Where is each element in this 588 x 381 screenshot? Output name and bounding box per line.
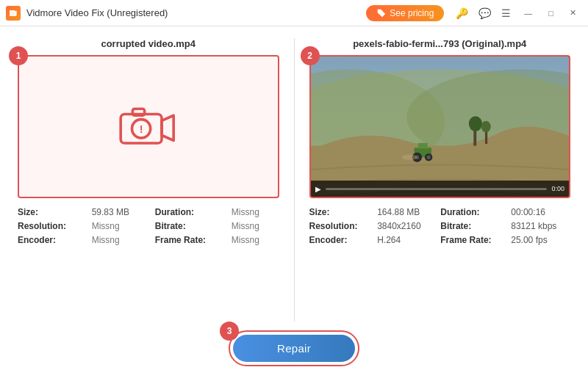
app-logo — [6, 6, 21, 21]
left-size-label: Size: — [18, 207, 86, 217]
left-encoder-value: Missng — [92, 235, 149, 245]
close-button[interactable]: ✕ — [564, 5, 582, 21]
maximize-button[interactable]: □ — [542, 6, 559, 21]
right-framerate-label: Frame Rate: — [440, 235, 505, 245]
right-video-box: 2 — [309, 55, 571, 198]
see-pricing-button[interactable]: See pricing — [366, 5, 444, 21]
key-icon-button[interactable]: 🔑 — [453, 6, 471, 21]
badge-1: 1 — [9, 46, 28, 65]
left-bitrate-label: Bitrate: — [155, 221, 226, 231]
left-video-title: corrupted video.mp4 — [18, 38, 279, 49]
left-video-box: 1 ! — [18, 55, 279, 198]
left-encoder-label: Encoder: — [18, 235, 86, 245]
right-size-value: 164.88 MB — [377, 207, 434, 217]
svg-point-16 — [401, 154, 417, 160]
progress-bar — [326, 188, 548, 190]
left-res-label: Resolution: — [18, 221, 86, 231]
badge-2: 2 — [301, 46, 320, 65]
title-bar-right: See pricing 🔑 💬 ☰ — □ ✕ — [366, 5, 582, 21]
menu-icon-button[interactable]: ☰ — [498, 6, 514, 21]
left-info-table: Size: 59.83 MB Duration: Missng Resoluti… — [18, 207, 279, 245]
left-framerate-value: Missng — [232, 235, 279, 245]
left-framerate-label: Frame Rate: — [155, 235, 226, 245]
right-encoder-value: H.264 — [377, 235, 434, 245]
right-res-label: Resolution: — [309, 221, 372, 231]
svg-rect-11 — [417, 143, 427, 149]
left-panel: corrupted video.mp4 1 ! — [18, 38, 279, 322]
repair-button-wrap: 3 Repair — [229, 330, 359, 366]
bottom-area: 3 Repair — [18, 322, 570, 369]
time-display: 0:00 — [551, 185, 564, 192]
right-size-label: Size: — [309, 207, 372, 217]
title-bar-left: Vidmore Video Fix (Unregistered) — [6, 6, 168, 21]
svg-rect-3 — [132, 109, 144, 115]
chat-icon-button[interactable]: 💬 — [476, 6, 494, 21]
left-res-value: Missng — [92, 221, 149, 231]
right-panel: pexels-fabio-fermi...793 (Original).mp4 … — [309, 38, 571, 322]
repair-button[interactable]: Repair — [233, 335, 355, 362]
title-bar: Vidmore Video Fix (Unregistered) See pri… — [0, 0, 588, 26]
app-title: Vidmore Video Fix (Unregistered) — [26, 7, 168, 18]
video-thumbnail: ▶ 0:00 — [311, 57, 570, 197]
svg-point-20 — [481, 121, 490, 133]
panels-row: corrupted video.mp4 1 ! — [18, 38, 570, 322]
play-icon: ▶ — [315, 185, 321, 193]
right-framerate-value: 25.00 fps — [511, 235, 570, 245]
svg-marker-4 — [162, 115, 173, 140]
right-encoder-label: Encoder: — [309, 235, 372, 245]
badge-3: 3 — [220, 322, 239, 341]
window-controls: 🔑 💬 ☰ — □ ✕ — [453, 5, 582, 21]
right-video-title: pexels-fabio-fermi...793 (Original).mp4 — [309, 38, 571, 49]
right-res-value: 3840x2160 — [377, 221, 434, 231]
right-bitrate-value: 83121 kbps — [511, 221, 570, 231]
svg-text:!: ! — [139, 123, 143, 134]
main-content: corrupted video.mp4 1 ! — [0, 26, 588, 381]
right-bitrate-label: Bitrate: — [440, 221, 505, 231]
minimize-button[interactable]: — — [518, 6, 538, 21]
left-size-value: 59.83 MB — [92, 207, 149, 217]
right-info-table: Size: 164.88 MB Duration: 00:00:16 Resol… — [309, 207, 571, 245]
right-duration-value: 00:00:16 — [511, 207, 570, 217]
left-duration-value: Missng — [232, 207, 279, 217]
left-bitrate-value: Missng — [232, 221, 279, 231]
left-duration-label: Duration: — [155, 207, 226, 217]
svg-point-18 — [468, 116, 481, 131]
panel-divider — [294, 38, 295, 322]
video-control-bar: ▶ 0:00 — [311, 181, 570, 197]
right-duration-label: Duration: — [440, 207, 505, 217]
corrupt-video-icon: ! — [115, 101, 182, 153]
svg-point-15 — [426, 156, 430, 159]
